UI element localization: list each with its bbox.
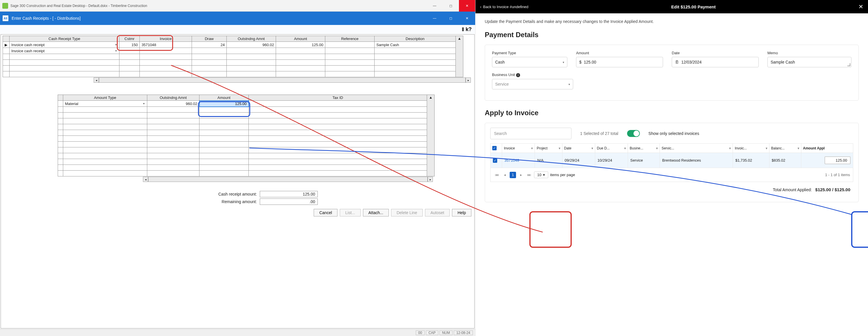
grid-row[interactable] <box>58 118 435 124</box>
filter-icon[interactable]: ▾ <box>729 146 731 150</box>
grid-row[interactable] <box>58 153 435 159</box>
col-description[interactable]: Description <box>375 36 456 42</box>
scroll-right-icon[interactable]: ▸ <box>466 78 471 83</box>
row-checkbox[interactable]: ✓ <box>493 159 497 163</box>
col-due[interactable]: Due D...▾ <box>595 144 628 153</box>
cell-draw[interactable]: 24 <box>192 42 227 48</box>
vscroll[interactable]: ▲ <box>456 36 463 77</box>
page-size-select[interactable]: 10▾ <box>534 171 548 178</box>
back-link[interactable]: ‹ Back to Invoice #undefined <box>480 5 528 9</box>
col-bu[interactable]: Busine...▾ <box>628 144 660 153</box>
col-cstmr[interactable]: Cstmr <box>119 36 140 42</box>
filter-icon[interactable]: ▾ <box>798 146 799 150</box>
grid-row[interactable] <box>58 159 435 165</box>
last-page-button[interactable]: ⏭ <box>526 172 532 178</box>
col-amttype[interactable]: Amount Type <box>63 95 147 101</box>
col-amount[interactable]: Amount <box>276 36 325 42</box>
hscroll2[interactable]: ◂ ▸ <box>143 176 433 182</box>
show-selected-toggle[interactable] <box>627 130 640 137</box>
applied-input[interactable]: 125.00 <box>825 157 850 164</box>
col-type[interactable]: Cash Receipt Type <box>9 36 119 42</box>
cell-invoice[interactable]: 3571048 <box>140 42 192 48</box>
memo-input[interactable]: Sample Cash <box>767 57 851 67</box>
cell-reference[interactable] <box>325 42 375 48</box>
invoice-link[interactable]: 3571048 <box>502 153 535 168</box>
distributions-grid[interactable]: Cash Receipt Type Cstmr Invoice Draw Out… <box>3 36 463 77</box>
col-outstanding[interactable]: Outstndng Amnt <box>227 36 276 42</box>
vscroll2[interactable]: ▲ <box>427 95 435 176</box>
col-applied[interactable]: Amount Appl <box>801 144 853 153</box>
type-dropdown[interactable]: Invoice cash receipt▾ <box>11 48 117 53</box>
grid-row[interactable]: Invoice cash receipt▾ <box>3 48 463 54</box>
close-button[interactable]: ✕ <box>459 0 475 11</box>
filter-icon[interactable]: ▾ <box>559 146 560 150</box>
context-help-icon[interactable]: ⦀ k? <box>462 26 472 32</box>
filter-icon[interactable]: ▾ <box>591 146 593 150</box>
first-page-button[interactable]: ⏮ <box>493 172 500 178</box>
grid-row[interactable] <box>58 124 435 130</box>
col-bal[interactable]: Balanc...▾ <box>769 144 801 153</box>
grid-row[interactable] <box>58 165 435 171</box>
grid-row[interactable] <box>3 54 463 60</box>
bu-select[interactable]: Service▾ <box>492 79 573 89</box>
col-taxid[interactable]: Tax ID <box>249 95 427 101</box>
col-draw[interactable]: Draw <box>192 36 227 42</box>
scroll-left-icon[interactable]: ◂ <box>94 78 99 83</box>
sub-close-button[interactable]: ✕ <box>459 12 475 24</box>
grid-row[interactable] <box>3 60 463 65</box>
page-1-button[interactable]: 1 <box>510 172 516 178</box>
grid-row[interactable] <box>58 136 435 142</box>
scroll-left-icon[interactable]: ◂ <box>143 177 148 182</box>
cancel-button[interactable]: Cancel <box>314 209 337 217</box>
col-amt-amt[interactable]: Amount <box>199 95 249 101</box>
attach-button[interactable]: Attach... <box>363 209 389 217</box>
cell-amt-amt[interactable]: 125.00 <box>199 101 249 107</box>
col-reference[interactable]: Reference <box>325 36 375 42</box>
grid-row[interactable] <box>58 113 435 118</box>
filter-icon[interactable]: ▾ <box>656 146 658 150</box>
col-serv[interactable]: Servic...▾ <box>660 144 733 153</box>
col-invoice[interactable]: Invoice <box>140 36 192 42</box>
next-page-button[interactable]: ▸ <box>518 172 524 178</box>
amount-input[interactable]: $ 125.00 <box>576 57 663 67</box>
scroll-right-icon[interactable]: ▸ <box>428 177 433 182</box>
search-input[interactable]: Search <box>490 128 571 139</box>
info-icon[interactable]: i <box>516 73 520 77</box>
autoset-button[interactable]: Autoset <box>425 209 450 217</box>
cell-amount[interactable]: 125.00 <box>276 42 325 48</box>
amount-grid[interactable]: Amount Type Outstndng Amnt Amount Tax ID… <box>58 94 435 176</box>
close-panel-button[interactable]: ✕ <box>859 3 863 10</box>
col-amt-out[interactable]: Outstndng Amnt <box>147 95 199 101</box>
invoice-table[interactable]: ✓ Invoice▾ Project▾ Date▾ Due D...▾ Busi… <box>490 143 853 168</box>
col-inv[interactable]: Invoice▾ <box>502 144 535 153</box>
type-dropdown[interactable]: Invoice cash receipt▾ <box>11 42 117 47</box>
maximize-button[interactable]: ◻ <box>443 0 459 11</box>
cell-description[interactable]: Sample Cash <box>375 42 456 48</box>
cell-amt-out[interactable]: 960.02 <box>147 101 199 107</box>
sub-minimize-button[interactable]: — <box>427 12 443 24</box>
grid-row[interactable] <box>3 65 463 72</box>
date-input[interactable]: 🗓 12/03/2024 <box>672 57 759 67</box>
minimize-button[interactable]: — <box>427 0 443 11</box>
amttype-dropdown[interactable]: Material▾ <box>65 101 145 106</box>
prev-page-button[interactable]: ◂ <box>501 172 508 178</box>
grid-row[interactable]: Material▾ 960.02 125.00 <box>58 101 435 107</box>
cell-taxid[interactable] <box>249 101 427 107</box>
grid-row[interactable] <box>58 142 435 147</box>
help-button[interactable]: Help <box>452 209 471 217</box>
hscroll[interactable]: ◂ ▸ <box>94 77 471 83</box>
grid-row[interactable] <box>58 147 435 153</box>
col-date[interactable]: Date▾ <box>562 144 595 153</box>
cell-outstanding[interactable]: 960.02 <box>227 42 276 48</box>
grid-row[interactable] <box>58 130 435 136</box>
grid-row[interactable]: ▶ Invoice cash receipt▾ 150 3571048 24 9… <box>3 42 463 48</box>
filter-icon[interactable]: ▾ <box>624 146 626 150</box>
grid-row[interactable] <box>58 171 435 176</box>
sub-maximize-button[interactable]: ◻ <box>443 12 459 24</box>
filter-icon[interactable]: ▾ <box>766 146 767 150</box>
cell-cstmr[interactable]: 150 <box>119 42 140 48</box>
ptype-select[interactable]: Cash▾ <box>492 57 567 67</box>
select-all-checkbox[interactable]: ✓ <box>492 146 497 150</box>
grid-row[interactable] <box>58 107 435 113</box>
col-invamt[interactable]: Invoic...▾ <box>733 144 769 153</box>
